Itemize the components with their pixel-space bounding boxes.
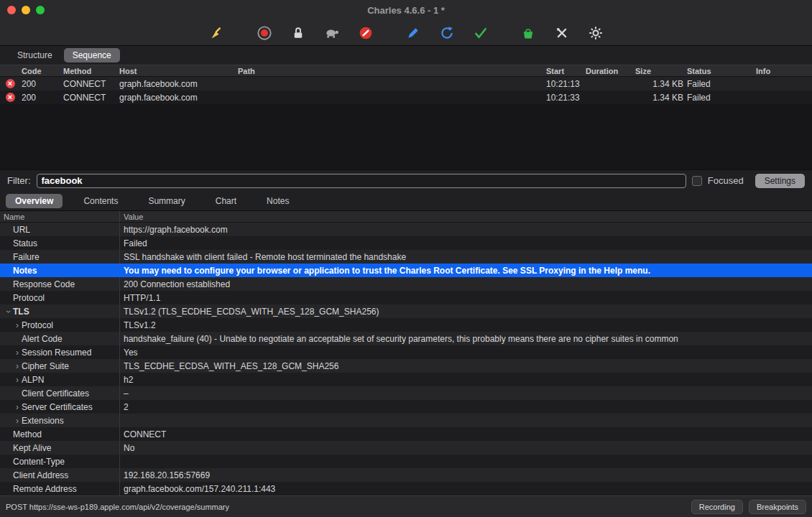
gear-icon[interactable] — [588, 25, 604, 41]
detail-row-name: ›Extensions — [0, 414, 120, 427]
detail-row-value: 200 Connection established — [120, 279, 812, 289]
filter-bar: Filter: Focused Settings — [0, 169, 812, 191]
detail-row[interactable]: StatusFailed — [0, 236, 812, 250]
repeat-icon[interactable] — [439, 25, 455, 41]
detail-row[interactable]: ›ProtocolTLSv1.2 — [0, 318, 812, 332]
detail-name-label: URL — [13, 225, 30, 235]
tools-icon[interactable] — [554, 25, 570, 41]
chevron-right-icon[interactable]: › — [13, 402, 22, 412]
minimize-button[interactable] — [22, 6, 30, 14]
detail-name-label: Cipher Suite — [22, 361, 69, 371]
detail-row-name: Remote Address — [0, 482, 120, 495]
zoom-button[interactable] — [36, 6, 45, 14]
title-bar: Charles 4.6.6 - 1 * — [0, 0, 812, 20]
detail-row-value: TLS_ECDHE_ECDSA_WITH_AES_128_GCM_SHA256 — [120, 361, 812, 371]
toolbar — [0, 20, 812, 46]
column-header-size[interactable]: Size — [634, 67, 686, 75]
chevron-right-icon[interactable]: › — [13, 361, 22, 371]
column-header-status[interactable]: Status — [686, 67, 755, 75]
detail-row[interactable]: ›TLSTLSv1.2 (TLS_ECDHE_ECDSA_WITH_AES_12… — [0, 304, 812, 318]
close-button[interactable] — [7, 6, 16, 14]
column-header-info[interactable]: Info — [755, 67, 812, 75]
detail-row[interactable]: ›ALPNh2 — [0, 373, 812, 386]
chevron-right-icon[interactable]: › — [13, 348, 22, 358]
detail-row-name: ›Cipher Suite — [0, 359, 120, 373]
column-header-path[interactable]: Path — [236, 67, 545, 75]
detail-name-label: Response Code — [13, 279, 75, 289]
breakpoints-button[interactable]: Breakpoints — [749, 500, 806, 514]
cell-method: CONNECT — [62, 93, 118, 103]
table-row[interactable]: ×200CONNECTgraph.facebook.com10:21:131.3… — [0, 77, 812, 90]
gift-icon[interactable] — [520, 25, 536, 41]
status-icon-cell: × — [0, 79, 20, 88]
detail-name-label: Remote Address — [13, 484, 77, 494]
validate-check-icon[interactable] — [473, 25, 489, 41]
detail-row-name: URL — [0, 223, 120, 236]
detail-row[interactable]: Response Code200 Connection established — [0, 277, 812, 291]
detail-row[interactable]: Client Certificates– — [0, 386, 812, 400]
tab-contents[interactable]: Contents — [74, 194, 127, 208]
tab-overview[interactable]: Overview — [6, 194, 63, 208]
detail-row[interactable]: Client Address192.168.20.156:57669 — [0, 468, 812, 482]
detail-row[interactable]: ProtocolHTTP/1.1 — [0, 291, 812, 304]
detail-row-name: ›TLS — [0, 304, 120, 318]
window-title: Charles 4.6.6 - 1 * — [0, 5, 812, 16]
detail-name-label: Client Certificates — [22, 388, 89, 399]
column-header-duration[interactable]: Duration — [584, 67, 634, 75]
detail-row[interactable]: MethodCONNECT — [0, 427, 812, 441]
cell-host: graph.facebook.com — [118, 93, 236, 103]
detail-name-label: Notes — [13, 266, 37, 276]
block-icon[interactable] — [358, 25, 374, 41]
tab-sequence[interactable]: Sequence — [64, 48, 120, 62]
detail-row[interactable]: FailureSSL handshake with client failed … — [0, 250, 812, 264]
lock-icon[interactable] — [290, 25, 306, 41]
detail-row[interactable]: ›Extensions — [0, 414, 812, 427]
tab-chart[interactable]: Chart — [206, 194, 246, 208]
column-header-start[interactable]: Start — [545, 67, 584, 75]
chevron-right-icon[interactable]: › — [13, 416, 22, 426]
detail-row-name: Failure — [0, 250, 120, 264]
record-icon[interactable] — [257, 25, 272, 41]
chevron-right-icon[interactable]: › — [13, 320, 22, 330]
detail-name-label: Extensions — [22, 416, 64, 426]
detail-row[interactable]: Kept AliveNo — [0, 441, 812, 455]
detail-row[interactable]: ›Session ResumedYes — [0, 345, 812, 359]
detail-row[interactable]: Alert Codehandshake_failure (40) - Unabl… — [0, 332, 812, 345]
cell-code: 200 — [20, 79, 62, 89]
tab-structure[interactable]: Structure — [9, 48, 61, 62]
column-header-code[interactable]: Code — [20, 67, 62, 75]
status-buttons: Recording Breakpoints — [691, 500, 806, 514]
detail-row[interactable]: Content-Type — [0, 455, 812, 468]
detail-name-label: Status — [13, 238, 37, 248]
focused-checkbox[interactable] — [692, 176, 702, 186]
compose-pencil-icon[interactable] — [405, 25, 421, 41]
column-header-host[interactable]: Host — [118, 67, 236, 75]
detail-row[interactable]: URLhttps://graph.facebook.com — [0, 223, 812, 236]
detail-row[interactable]: NotesYou may need to configure your brow… — [0, 264, 812, 277]
chevron-right-icon[interactable]: › — [13, 375, 22, 385]
detail-row[interactable]: ›Cipher SuiteTLS_ECDHE_ECDSA_WITH_AES_12… — [0, 359, 812, 373]
detail-row[interactable]: Remote Addressgraph.facebook.com/157.240… — [0, 482, 812, 495]
tab-summary[interactable]: Summary — [139, 194, 194, 208]
filter-input[interactable] — [37, 174, 686, 188]
broom-icon[interactable] — [209, 25, 225, 41]
table-row[interactable]: ×200CONNECTgraph.facebook.com10:21:331.3… — [0, 90, 812, 104]
status-bar: POST https://sse-ws-p189.apple.com/api/v… — [0, 495, 812, 517]
settings-button[interactable]: Settings — [755, 174, 805, 188]
failed-x-icon: × — [6, 79, 15, 88]
detail-row-name: Alert Code — [0, 332, 120, 345]
cell-status: Failed — [686, 79, 755, 89]
chevron-down-icon[interactable]: › — [4, 307, 14, 316]
cell-host: graph.facebook.com — [118, 79, 236, 89]
column-header-method[interactable]: Method — [62, 67, 118, 75]
detail-name-label: Session Resumed — [22, 348, 91, 358]
detail-row-value: Failed — [120, 238, 812, 248]
recording-button[interactable]: Recording — [691, 500, 743, 514]
detail-row-name: Response Code — [0, 277, 120, 291]
detail-name-label: Failure — [13, 252, 40, 262]
view-tabs: Structure Sequence — [0, 46, 812, 65]
detail-row-name: Method — [0, 427, 120, 441]
tab-notes[interactable]: Notes — [257, 194, 298, 208]
detail-row[interactable]: ›Server Certificates2 — [0, 400, 812, 414]
throttle-turtle-icon[interactable] — [324, 25, 340, 41]
